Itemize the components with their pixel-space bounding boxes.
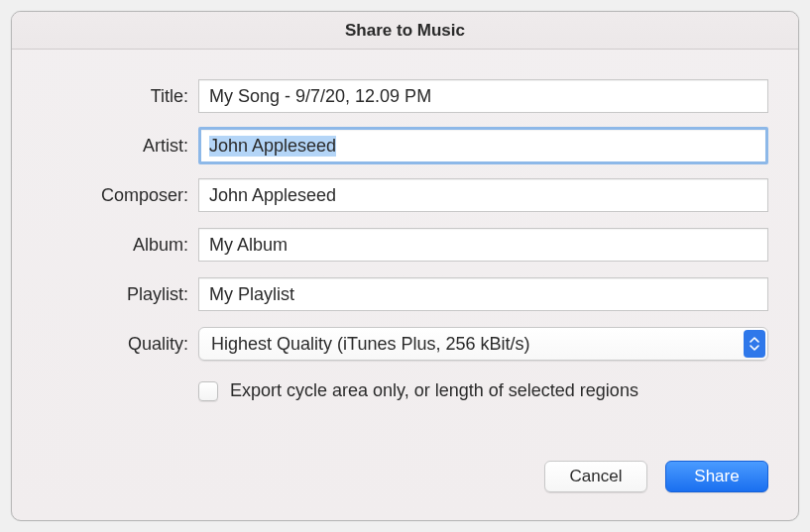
composer-row: Composer:	[42, 178, 768, 212]
playlist-row: Playlist:	[42, 277, 768, 311]
export-cycle-label: Export cycle area only, or length of sel…	[230, 380, 638, 401]
quality-row: Quality: Highest Quality (iTunes Plus, 2…	[42, 327, 768, 361]
export-cycle-row: Export cycle area only, or length of sel…	[198, 380, 768, 401]
artist-label: Artist:	[42, 136, 198, 157]
share-to-music-dialog: Share to Music Title: Artist: Composer: …	[11, 11, 799, 521]
export-cycle-checkbox[interactable]	[198, 381, 218, 401]
album-input[interactable]	[198, 228, 768, 262]
quality-label: Quality:	[42, 334, 198, 355]
composer-label: Composer:	[42, 185, 198, 206]
share-button[interactable]: Share	[665, 461, 768, 492]
select-arrows-icon	[744, 330, 765, 358]
title-input[interactable]	[198, 79, 768, 113]
playlist-label: Playlist:	[42, 284, 198, 305]
dialog-buttons: Cancel Share	[42, 461, 768, 500]
composer-input[interactable]	[198, 178, 768, 212]
titlebar: Share to Music	[12, 12, 798, 50]
playlist-input[interactable]	[198, 277, 768, 311]
title-label: Title:	[42, 86, 198, 107]
artist-row: Artist:	[42, 129, 768, 162]
dialog-content: Title: Artist: Composer: Album: Playlist…	[12, 50, 798, 520]
quality-select[interactable]: Highest Quality (iTunes Plus, 256 kBit/s…	[198, 327, 768, 361]
album-row: Album:	[42, 228, 768, 262]
cancel-button[interactable]: Cancel	[544, 461, 647, 492]
title-row: Title:	[42, 79, 768, 113]
album-label: Album:	[42, 235, 198, 256]
window-title: Share to Music	[345, 21, 465, 41]
artist-input[interactable]	[198, 127, 768, 164]
quality-select-value: Highest Quality (iTunes Plus, 256 kBit/s…	[198, 327, 768, 361]
